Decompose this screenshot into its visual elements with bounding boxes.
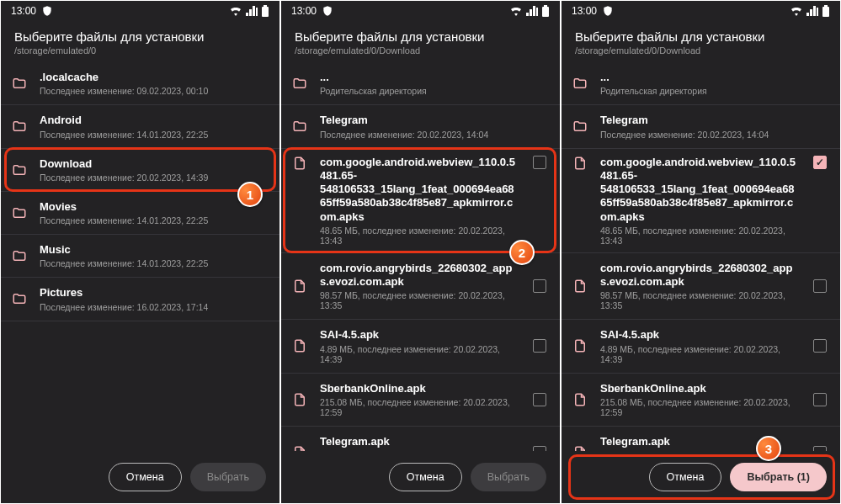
page-title: Выберите файлы для установки (14, 29, 266, 44)
file-checkbox[interactable] (533, 339, 546, 353)
folder-icon (572, 119, 588, 134)
folder-icon (11, 205, 28, 220)
folder-icon (11, 248, 28, 263)
current-path: /storage/emulated/0/Download (575, 45, 827, 56)
item-meta: 98.57 МБ, последнее изменение: 20.02.202… (600, 290, 798, 310)
statusbar: 13:00 (1, 1, 279, 21)
svg-rect-0 (262, 7, 269, 17)
item-meta: Последнее изменение: 20.02.2023, 14:04 (320, 130, 550, 140)
folder-icon (291, 119, 308, 134)
svg-rect-5 (824, 5, 828, 7)
item-name: Movies (40, 200, 269, 214)
item-meta: 215.08 МБ, последнее изменение: 20.02.20… (600, 397, 798, 417)
folder-row[interactable]: AndroidПоследнее изменение: 14.01.2023, … (1, 105, 279, 148)
file-row[interactable]: SberbankOnline.apk215.08 МБ, последнее и… (562, 374, 840, 427)
item-name: .localcache (40, 71, 269, 84)
wifi-icon (790, 6, 803, 16)
file-list[interactable]: ...Родительская директорияTelegramПослед… (281, 62, 560, 503)
item-meta: Последнее изменение: 14.01.2023, 22:25 (40, 130, 269, 140)
item-name: Telegram (320, 114, 550, 127)
file-checkbox[interactable]: ✓ (813, 156, 827, 169)
folder-icon (11, 162, 28, 178)
page-title: Выберите файлы для установки (575, 29, 827, 44)
svg-rect-4 (822, 7, 829, 17)
file-row[interactable]: SAI-4.5.apk4.89 МБ, последнее изменение:… (562, 320, 840, 373)
battery-icon (822, 5, 830, 17)
folder-row[interactable]: .localcacheПоследнее изменение: 09.02.20… (1, 62, 279, 105)
folder-icon (11, 76, 28, 91)
cancel-button[interactable]: Отмена (649, 463, 722, 491)
file-icon (291, 156, 308, 171)
signal-icon (806, 6, 818, 16)
file-checkbox[interactable] (533, 279, 546, 293)
phone-screen-2: 13:00Выберите файлы для установки/storag… (281, 1, 560, 503)
item-name: com.rovio.angrybirds_22680302_apps.evozi… (600, 262, 798, 289)
item-meta: 4.89 МБ, последнее изменение: 20.02.2023… (600, 344, 798, 364)
file-row[interactable]: com.google.android.webview_110.0.5481.65… (562, 149, 840, 253)
shield-icon (602, 5, 614, 17)
item-name: com.rovio.angrybirds_22680302_apps.evozi… (320, 262, 518, 289)
item-meta: Родительская директория (320, 86, 550, 96)
folder-row[interactable]: PicturesПоследнее изменение: 16.02.2023,… (1, 278, 279, 321)
file-row[interactable]: com.google.android.webview_110.0.5481.65… (281, 149, 560, 253)
status-time: 13:00 (572, 5, 597, 17)
file-icon (572, 279, 588, 294)
item-name: SberbankOnline.apk (320, 382, 518, 395)
item-meta: Последнее изменение: 14.01.2023, 22:25 (40, 258, 269, 268)
folder-row[interactable]: TelegramПоследнее изменение: 20.02.2023,… (562, 105, 840, 148)
file-list[interactable]: .localcacheПоследнее изменение: 09.02.20… (1, 62, 279, 503)
folder-row[interactable]: DownloadПоследнее изменение: 20.02.2023,… (1, 149, 279, 192)
cancel-button[interactable]: Отмена (389, 463, 462, 491)
wifi-icon (229, 6, 242, 16)
item-meta: Последнее изменение: 20.02.2023, 14:04 (600, 130, 830, 140)
step-marker-1: 1 (237, 182, 263, 207)
item-name: Telegram (600, 114, 830, 127)
item-name: Pictures (40, 286, 269, 300)
file-icon (572, 392, 588, 407)
file-list[interactable]: ...Родительская директорияTelegramПослед… (562, 62, 840, 503)
svg-rect-3 (544, 5, 547, 7)
file-row[interactable]: SberbankOnline.apk215.08 МБ, последнее и… (281, 374, 560, 427)
step-marker-3: 3 (756, 436, 781, 461)
file-row[interactable]: SAI-4.5.apk4.89 МБ, последнее изменение:… (281, 320, 560, 373)
file-checkbox[interactable] (533, 156, 546, 169)
select-button[interactable]: Выбрать (471, 463, 546, 491)
statusbar: 13:00 (562, 1, 840, 21)
file-checkbox[interactable] (533, 393, 546, 406)
file-icon (291, 392, 308, 407)
folder-row[interactable]: ...Родительская директория (562, 62, 840, 105)
file-checkbox[interactable] (813, 339, 827, 353)
step-marker-2: 2 (509, 240, 535, 265)
battery-icon (261, 5, 269, 17)
item-name: ... (600, 71, 830, 84)
folder-icon (11, 119, 28, 134)
item-name: com.google.android.webview_110.0.5481.65… (320, 156, 518, 224)
item-name: SAI-4.5.apk (320, 328, 518, 342)
folder-row[interactable]: TelegramПоследнее изменение: 20.02.2023,… (281, 105, 560, 148)
file-checkbox[interactable] (813, 393, 827, 406)
item-meta: 48.65 МБ, последнее изменение: 20.02.202… (600, 225, 798, 246)
select-button[interactable]: Выбрать (1) (730, 463, 827, 491)
statusbar: 13:00 (281, 1, 560, 21)
header: Выберите файлы для установки/storage/emu… (281, 21, 560, 62)
header: Выберите файлы для установки/storage/emu… (562, 21, 840, 62)
item-meta: Последнее изменение: 16.02.2023, 17:14 (40, 302, 269, 312)
folder-row[interactable]: MusicПоследнее изменение: 14.01.2023, 22… (1, 235, 279, 278)
file-row[interactable]: com.rovio.angrybirds_22680302_apps.evozi… (562, 253, 840, 321)
phone-screen-3: 13:00Выберите файлы для установки/storag… (562, 1, 840, 503)
battery-icon (541, 5, 550, 17)
select-button[interactable]: Выбрать (190, 463, 266, 491)
status-time: 13:00 (11, 5, 36, 17)
item-name: Telegram.apk (320, 435, 518, 448)
cancel-button[interactable]: Отмена (109, 463, 182, 491)
folder-row[interactable]: ...Родительская директория (281, 62, 560, 105)
item-meta: Родительская директория (600, 86, 830, 96)
item-name: Download (40, 157, 269, 171)
page-title: Выберите файлы для установки (295, 29, 546, 44)
item-name: ... (320, 71, 550, 84)
header: Выберите файлы для установки/storage/emu… (1, 21, 279, 62)
file-checkbox[interactable] (813, 279, 827, 293)
item-name: Music (40, 243, 269, 257)
item-meta: 48.65 МБ, последнее изменение: 20.02.202… (320, 225, 518, 246)
signal-icon (526, 6, 538, 16)
